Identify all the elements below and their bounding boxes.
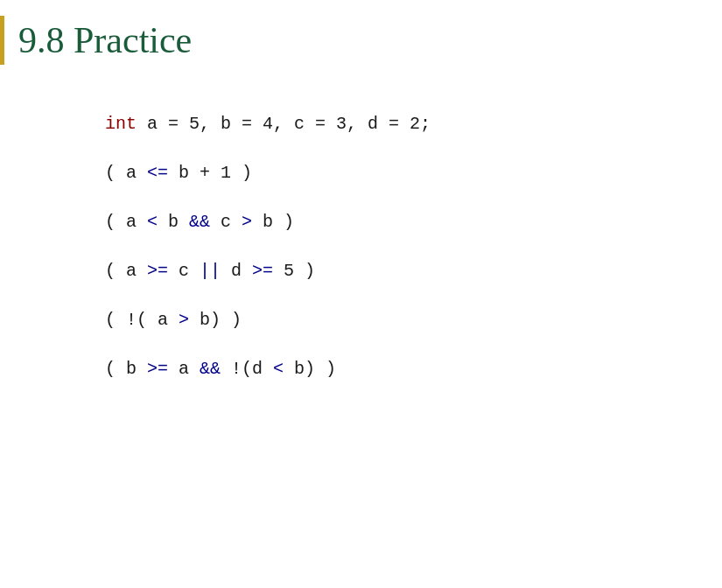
op-geq1: >=: [147, 261, 168, 281]
code-text-3b: b: [158, 212, 189, 232]
code-text-5a: ( !( a: [105, 310, 179, 330]
code-text-4b: c: [168, 261, 200, 281]
code-line-4: ( a >= c || d >= 5 ): [105, 247, 722, 296]
code-section: int a = 5, b = 4, c = 3, d = 2; ( a <= b…: [0, 100, 722, 394]
code-text-3d: b ): [252, 212, 294, 232]
keyword-int: int: [105, 114, 137, 134]
code-line-3: ( a < b && c > b ): [105, 198, 722, 247]
code-text-2a: ( a: [105, 163, 147, 183]
code-text-1: a = 5, b = 4, c = 3, d = 2;: [147, 114, 431, 134]
code-text-4c: d: [221, 261, 252, 281]
op-geq2: >=: [252, 261, 273, 281]
page-title: 9.8 Practice: [18, 16, 192, 65]
code-text-3c: c: [210, 212, 242, 232]
op-or: ||: [200, 261, 221, 281]
code-text-4a: ( a: [105, 261, 147, 281]
op-gt2: >: [179, 310, 189, 330]
title-accent-bar: [0, 16, 4, 65]
code-text-6b: a: [168, 359, 200, 379]
code-line-2: ( a <= b + 1 ): [105, 149, 722, 198]
title-section: 9.8 Practice: [0, 0, 722, 65]
op-and2: &&: [200, 359, 221, 379]
code-text-4d: 5 ): [273, 261, 315, 281]
code-line-6: ( b >= a && !(d < b) ): [105, 345, 722, 394]
code-text-5b: b) ): [189, 310, 242, 330]
op-lt2: <: [273, 359, 284, 379]
op-geq3: >=: [147, 359, 168, 379]
op-and: &&: [189, 212, 210, 232]
code-line-5: ( !( a > b) ): [105, 296, 722, 345]
code-line-1: int a = 5, b = 4, c = 3, d = 2;: [105, 100, 722, 149]
code-text-6d: b) ): [284, 359, 336, 379]
code-text-6a: ( b: [105, 359, 147, 379]
code-text-3a: ( a: [105, 212, 147, 232]
op-leq: <=: [147, 163, 168, 183]
code-text-2b: b + 1 ): [168, 163, 252, 183]
code-text-6c: !(d: [221, 359, 273, 379]
op-gt: >: [242, 212, 252, 232]
op-lt: <: [147, 212, 158, 232]
page-container: 9.8 Practice int a = 5, b = 4, c = 3, d …: [0, 0, 722, 588]
